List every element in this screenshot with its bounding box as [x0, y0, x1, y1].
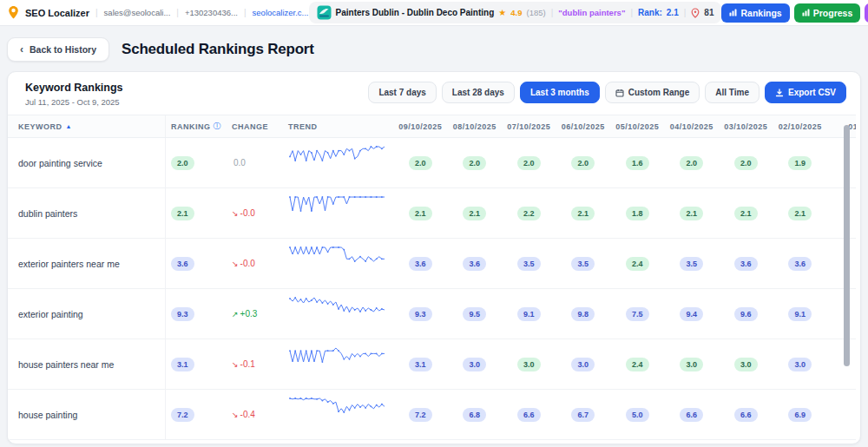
- ranking-column-header[interactable]: Ranking ⓘ: [166, 115, 228, 137]
- ranking-value-badge: 2.0: [571, 156, 595, 170]
- business-summary[interactable]: Painters Dublin - Dublin Deco Painting ★…: [309, 2, 722, 23]
- change-value: -0.0: [240, 259, 255, 268]
- page-title: Scheduled Rankings Report: [122, 41, 314, 58]
- compare-button[interactable]: Compare: [865, 3, 868, 23]
- trend-cell: [285, 295, 393, 333]
- ranking-value-cell: 1.9: [773, 156, 828, 170]
- ranking-value-cell: 9.4: [665, 307, 720, 321]
- ranking-value-cell: 2.0: [393, 156, 448, 170]
- date-column-header[interactable]: 08/10/2025: [448, 115, 503, 137]
- keyword-text: dublin painters: [18, 208, 77, 219]
- ranking-value-cell: 3.0: [502, 358, 556, 371]
- keyword-text: exterior painters near me: [18, 259, 120, 269]
- ranking-value-badge: 3.6: [409, 257, 432, 271]
- ranking-value-badge: 3.5: [680, 257, 703, 271]
- rankings-table: Keyword ▲ Ranking ⓘ Change Trend 09/10/2…: [8, 115, 856, 440]
- download-icon: [775, 89, 784, 97]
- change-cell: ↘ -0.1: [228, 359, 285, 369]
- ranking-value-badge: 2.0: [463, 156, 486, 170]
- rankings-button[interactable]: Rankings: [721, 3, 789, 23]
- vertical-scrollbar[interactable]: [844, 125, 850, 366]
- info-icon: ⓘ: [214, 121, 222, 132]
- change-cell: ↗ +0.3: [228, 309, 285, 319]
- contact-phone[interactable]: +130230436...: [185, 8, 238, 17]
- bar-chart-icon: [802, 9, 810, 16]
- table-row[interactable]: dublin painters 2.1 ↘ -0.0 2.12.12.22.11…: [8, 188, 856, 239]
- ranking-value-badge: 3.6: [463, 257, 486, 271]
- table-row[interactable]: exterior painting 9.3 ↗ +0.3 9.39.59.19.…: [8, 289, 856, 339]
- ranking-value-cell: 3.5: [665, 257, 720, 271]
- ranking-value-badge: 9.3: [409, 307, 432, 321]
- divider: |: [244, 8, 247, 17]
- ranking-value-cell: 6.6: [719, 408, 773, 422]
- ranking-value-cell: 3.0: [719, 358, 773, 371]
- ranking-value-cell: 3.0: [665, 358, 720, 371]
- table-row[interactable]: exterior painters near me 3.6 ↘ -0.0 3.6…: [8, 239, 856, 289]
- change-column-header[interactable]: Change: [228, 115, 285, 137]
- trend-cell: [285, 396, 393, 434]
- ranking-value-badge: 3.6: [788, 257, 812, 271]
- filter-last-3-months[interactable]: Last 3 months: [520, 82, 600, 103]
- ranking-value-badge: 6.6: [680, 408, 703, 422]
- export-csv-button[interactable]: Export CSV: [765, 82, 846, 103]
- contact-email[interactable]: sales@seolocali...: [104, 8, 171, 17]
- ranking-value-cell: 2.4: [610, 257, 665, 271]
- ranking-value-badge: 9.4: [680, 307, 703, 321]
- ranking-value-cell: 3.6: [719, 257, 773, 271]
- date-column-header[interactable]: 01/: [827, 115, 856, 137]
- ranking-value-cell: 3.6: [393, 257, 448, 271]
- filter-all-time[interactable]: All Time: [705, 82, 760, 103]
- range-filters: Last 7 daysLast 28 daysLast 3 monthsCust…: [368, 82, 760, 103]
- card-date-range: Jul 11, 2025 - Oct 9, 2025: [25, 97, 123, 107]
- ranking-badge: 3.6: [171, 257, 194, 271]
- keyword-text: house painting: [18, 410, 77, 420]
- ranking-badge: 2.0: [171, 156, 194, 170]
- back-to-history-button[interactable]: ‹ Back to History: [7, 37, 109, 62]
- bar-chart-icon: [729, 9, 737, 16]
- ranking-value-badge: 3.0: [571, 358, 595, 371]
- ranking-value-cell: 2.1: [773, 207, 828, 220]
- topbar: SEO Localizer | sales@seolocali... | +13…: [0, 0, 868, 26]
- table-row[interactable]: door painting service 2.0 0.0 2.02.02.02…: [8, 138, 856, 188]
- ranking-value-cell: 1.8: [610, 207, 665, 220]
- tracked-keyword: "dublin painters": [558, 8, 625, 17]
- ranking-value-cell: 3.0: [556, 358, 611, 371]
- ranking-value-badge: 2.4: [626, 358, 649, 371]
- date-column-header[interactable]: 07/10/2025: [502, 115, 556, 137]
- date-column-header[interactable]: 02/10/2025: [773, 115, 828, 137]
- filter-last-28-days[interactable]: Last 28 days: [442, 82, 515, 103]
- keyword-text: exterior painting: [18, 309, 83, 319]
- filter-custom-range[interactable]: Custom Range: [605, 82, 700, 103]
- trend-sparkline: [288, 194, 386, 233]
- progress-button[interactable]: Progress: [794, 3, 861, 23]
- ranking-value-cell: 7.5: [610, 307, 665, 321]
- page-head: ‹ Back to History Scheduled Rankings Rep…: [0, 26, 868, 71]
- date-column-header[interactable]: 09/10/2025: [393, 115, 448, 137]
- trend-cell: [285, 144, 393, 182]
- ranking-value-cell: 6.6: [665, 408, 720, 422]
- ranking-value-cell: 2.0: [448, 156, 503, 170]
- map-pin-icon: [691, 8, 700, 18]
- ranking-value-cell: 5.0: [610, 408, 665, 422]
- ranking-value-badge: 5.0: [626, 408, 649, 422]
- filter-last-7-days[interactable]: Last 7 days: [368, 82, 436, 103]
- date-column-header[interactable]: 06/10/2025: [556, 115, 611, 137]
- website-link[interactable]: seolocalizer.c...: [253, 8, 309, 17]
- keyword-cell: exterior painters near me: [8, 239, 166, 288]
- ranking-value-badge: 2.0: [734, 156, 758, 170]
- date-column-header[interactable]: 03/10/2025: [719, 115, 773, 137]
- date-column-header[interactable]: 05/10/2025: [610, 115, 665, 137]
- ranking-value-cell: 3.5: [502, 257, 556, 271]
- ranking-value-cell: 7.2: [393, 408, 448, 422]
- ranking-value-badge: 2.1: [409, 207, 432, 220]
- ranking-value-cell: 9.6: [719, 307, 773, 321]
- change-cell: ↘ -0.0: [228, 259, 285, 268]
- trend-sparkline: [288, 245, 386, 283]
- table-row[interactable]: house painting 7.2 ↘ -0.4 7.26.86.66.75.…: [8, 390, 856, 440]
- keyword-column-header[interactable]: Keyword ▲: [8, 115, 166, 137]
- filter-bar: Last 7 daysLast 28 daysLast 3 monthsCust…: [368, 82, 846, 103]
- ranking-value-cell: 3.6: [773, 257, 828, 271]
- trend-sparkline: [288, 396, 386, 434]
- table-row[interactable]: house painters near me 3.1 ↘ -0.1 3.13.0…: [8, 339, 856, 390]
- date-column-header[interactable]: 04/10/2025: [665, 115, 720, 137]
